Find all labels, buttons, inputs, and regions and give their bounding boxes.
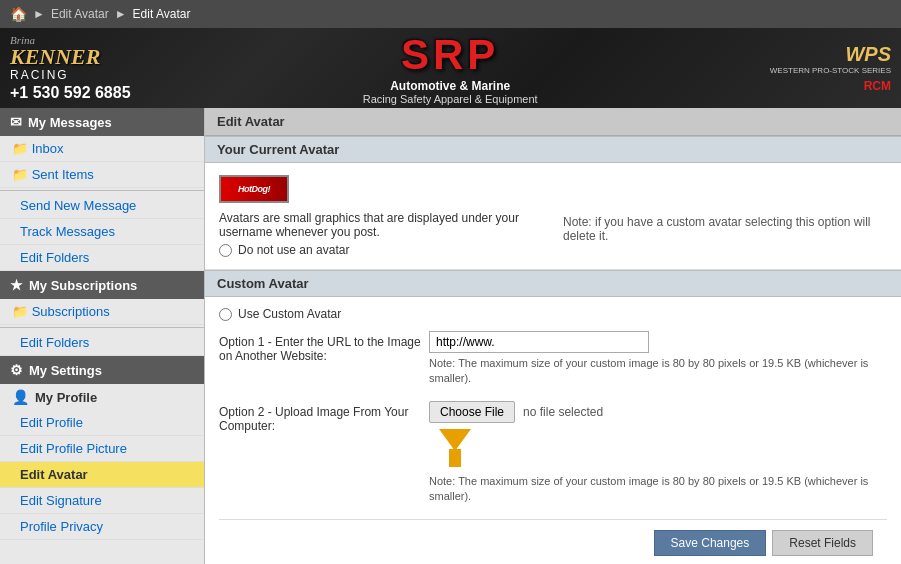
sidebar-item-edit-profile[interactable]: Edit Profile	[0, 410, 204, 436]
option1-control: Note: The maximum size of your custom im…	[429, 331, 887, 387]
banner-wps-logo: WPS	[845, 43, 891, 66]
top-bar: 🏠 ► Edit Avatar ► Edit Avatar	[0, 0, 901, 28]
option2-control: Choose File no file selected Note: The m…	[429, 401, 887, 505]
sidebar-item-edit-folders-subs[interactable]: Edit Folders	[0, 330, 204, 356]
my-profile-label: My Profile	[35, 390, 97, 405]
sidebar-item-edit-profile-picture[interactable]: Edit Profile Picture	[0, 436, 204, 462]
section-body-current-avatar: HotDog! Avatars are small graphics that …	[205, 163, 901, 270]
option2-row: Option 2 - Upload Image From Your Comput…	[219, 401, 887, 505]
sidebar-subscriptions-label: My Subscriptions	[29, 278, 137, 293]
content-area: Edit Avatar Your Current Avatar HotDog! …	[205, 108, 901, 564]
banner-rcm: RCM	[864, 79, 891, 93]
inbox-folder-icon: 📁	[12, 141, 32, 156]
footer-buttons: Save Changes Reset Fields	[219, 519, 887, 564]
url-input[interactable]	[429, 331, 649, 353]
divider1	[0, 190, 204, 191]
sidebar-header-settings: ⚙ My Settings	[0, 356, 204, 384]
section-header-current-avatar: Your Current Avatar	[205, 136, 901, 163]
sidebar-item-subscriptions[interactable]: 📁 Subscriptions	[0, 299, 204, 325]
content-inner: Edit Avatar Your Current Avatar HotDog! …	[205, 108, 901, 564]
sidebar-section-messages: ✉ My Messages 📁 Inbox 📁 Sent Items Send …	[0, 108, 204, 271]
reset-fields-button[interactable]: Reset Fields	[772, 530, 873, 556]
sidebar-item-edit-signature[interactable]: Edit Signature	[0, 488, 204, 514]
breadcrumb-separator2: ►	[115, 7, 127, 21]
breadcrumb-settings[interactable]: Edit Avatar	[51, 7, 109, 21]
sidebar-item-sent[interactable]: 📁 Sent Items	[0, 162, 204, 188]
no-avatar-label: Do not use an avatar	[238, 243, 349, 257]
sidebar-messages-label: My Messages	[28, 115, 112, 130]
sidebar-item-send-message[interactable]: Send New Message	[0, 193, 204, 219]
arrow-head-icon	[439, 429, 471, 451]
banner-logo-racing: RACING	[10, 68, 69, 82]
sidebar-settings-label: My Settings	[29, 363, 102, 378]
banner-center: SRP Automotive & Marine Racing Safety Ap…	[363, 31, 538, 105]
no-file-label: no file selected	[523, 405, 603, 419]
breadcrumb-separator1: ►	[33, 7, 45, 21]
sidebar-item-inbox[interactable]: 📁 Inbox	[0, 136, 204, 162]
arrow-indicator	[439, 429, 471, 467]
option2-label: Option 2 - Upload Image From Your Comput…	[219, 401, 429, 433]
sent-folder-icon: 📁	[12, 167, 32, 182]
option1-row: Option 1 - Enter the URL to the Image on…	[219, 331, 887, 387]
file-upload-row: Choose File no file selected	[429, 401, 887, 423]
settings-icon: ⚙	[10, 362, 23, 378]
sidebar-section-subscriptions: ★ My Subscriptions 📁 Subscriptions Edit …	[0, 271, 204, 356]
subscriptions-icon: ★	[10, 277, 23, 293]
option1-label: Option 1 - Enter the URL to the Image on…	[219, 331, 429, 363]
banner-logo-kenner: KENNER	[10, 46, 100, 68]
banner-wps-sub: WESTERN PRO-STOCK SERIES	[770, 66, 891, 75]
sidebar: ✉ My Messages 📁 Inbox 📁 Sent Items Send …	[0, 108, 205, 564]
sidebar-item-edit-avatar[interactable]: Edit Avatar	[0, 462, 204, 488]
section-header-custom-avatar: Custom Avatar	[205, 270, 901, 297]
sidebar-item-edit-folders-messages[interactable]: Edit Folders	[0, 245, 204, 271]
messages-folder-icon: ✉	[10, 114, 22, 130]
breadcrumb: 🏠 ► Edit Avatar ► Edit Avatar	[10, 6, 190, 22]
sidebar-item-track-messages[interactable]: Track Messages	[0, 219, 204, 245]
banner: Brina KENNER RACING +1 530 592 6885 SRP …	[0, 28, 901, 108]
banner-left: Brina KENNER RACING +1 530 592 6885	[10, 34, 131, 102]
choose-file-button[interactable]: Choose File	[429, 401, 515, 423]
option2-note: Note: The maximum size of your custom im…	[429, 474, 887, 505]
use-custom-avatar-label: Use Custom Avatar	[238, 307, 341, 321]
panel-title: Edit Avatar	[205, 108, 901, 136]
banner-sub1: Automotive & Marine	[390, 79, 510, 93]
banner-sub2: Racing Safety Apparel & Equipment	[363, 93, 538, 105]
no-avatar-radio-row: Do not use an avatar	[219, 243, 543, 257]
sidebar-section-settings: ⚙ My Settings 👤 My Profile Edit Profile …	[0, 356, 204, 540]
arrow-container	[429, 429, 887, 470]
sidebar-header-messages: ✉ My Messages	[0, 108, 204, 136]
avatar-description: Avatars are small graphics that are disp…	[219, 211, 543, 239]
use-custom-avatar-radio[interactable]	[219, 308, 232, 321]
breadcrumb-current: Edit Avatar	[133, 7, 191, 21]
no-avatar-radio[interactable]	[219, 244, 232, 257]
arrow-stem-icon	[449, 449, 461, 467]
avatar-label: HotDog!	[238, 184, 270, 194]
no-avatar-note: Note: if you have a custom avatar select…	[563, 215, 871, 243]
avatar-info-row: Avatars are small graphics that are disp…	[219, 211, 887, 257]
banner-phone: +1 530 592 6885	[10, 84, 131, 102]
banner-right: WPS WESTERN PRO-STOCK SERIES RCM	[770, 43, 891, 93]
subscriptions-folder-icon: 📁	[12, 304, 32, 319]
divider2	[0, 327, 204, 328]
sidebar-item-my-profile[interactable]: 👤 My Profile	[0, 384, 204, 410]
main-layout: ✉ My Messages 📁 Inbox 📁 Sent Items Send …	[0, 108, 901, 564]
avatar-left-col: Avatars are small graphics that are disp…	[219, 211, 543, 257]
section-body-custom-avatar: Use Custom Avatar Option 1 - Enter the U…	[205, 297, 901, 564]
option1-note: Note: The maximum size of your custom im…	[429, 356, 887, 387]
sidebar-header-subscriptions: ★ My Subscriptions	[0, 271, 204, 299]
current-avatar-image: HotDog!	[219, 175, 289, 203]
banner-srp-logo: SRP	[401, 31, 499, 79]
home-icon[interactable]: 🏠	[10, 6, 27, 22]
profile-person-icon: 👤	[12, 389, 29, 405]
avatar-right-col: Note: if you have a custom avatar select…	[563, 211, 887, 257]
use-custom-avatar-row: Use Custom Avatar	[219, 307, 887, 321]
sidebar-item-profile-privacy[interactable]: Profile Privacy	[0, 514, 204, 540]
save-changes-button[interactable]: Save Changes	[654, 530, 767, 556]
